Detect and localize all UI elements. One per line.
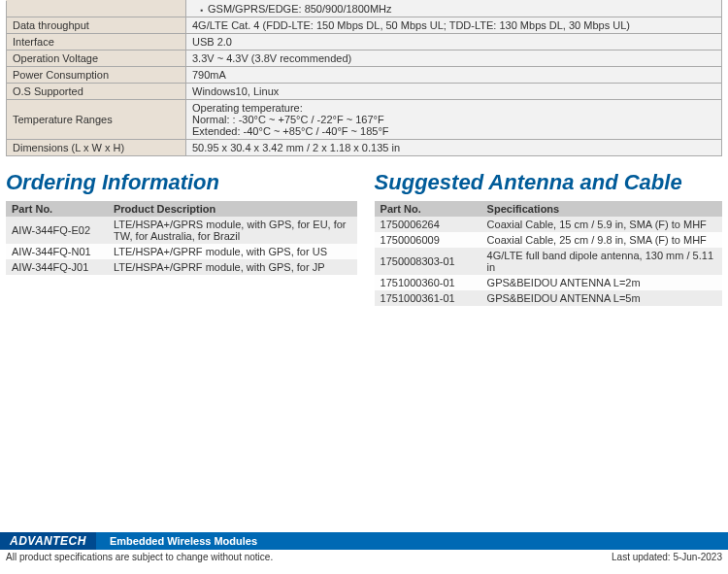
antenna-partno: 1751000360-01 — [375, 275, 481, 290]
spec-value: GSM/GPRS/EDGE: 850/900/1800MHz — [186, 1, 722, 17]
ordering-table: Part No. Product Description AIW-344FQ-E… — [6, 201, 357, 275]
spec-label: Operation Voltage — [7, 51, 186, 67]
table-row: AIW-344FQ-J01LTE/HSPA+/GPRF module, with… — [6, 259, 357, 275]
table-row: 1750006009Coaxial Cable, 25 cm / 9.8 in,… — [375, 232, 722, 248]
antenna-title: Suggested Antenna and Cable — [375, 170, 722, 195]
footer-updated: Last updated: 5-Jun-2023 — [612, 552, 722, 562]
antenna-spec: Coaxial Cable, 15 cm / 5.9 in, SMA (F) t… — [481, 217, 722, 232]
ordering-title: Ordering Information — [6, 170, 357, 195]
antenna-partno: 1750006264 — [375, 217, 481, 232]
footer-brand: ADVANTECH — [0, 532, 96, 550]
ordering-partno: AIW-344FQ-E02 — [6, 217, 108, 244]
footer-category: Embedded Wireless Modules — [96, 532, 728, 550]
antenna-header-partno: Part No. — [375, 201, 481, 217]
ordering-desc: LTE/HSPA+/GPRF module, with GPS, for US — [108, 244, 357, 259]
antenna-spec: GPS&BEIDOU ANTENNA L=5m — [481, 290, 722, 306]
ordering-partno: AIW-344FQ-J01 — [6, 259, 108, 275]
antenna-spec: 4G/LTE full band dipole antenna, 130 mm … — [481, 248, 722, 275]
spec-value: Windows10, Linux — [186, 84, 722, 100]
ordering-header-partno: Part No. — [6, 201, 108, 217]
table-row: 1750006264Coaxial Cable, 15 cm / 5.9 in,… — [375, 217, 722, 232]
footer-disclaimer: All product specifications are subject t… — [6, 552, 273, 562]
ordering-header-desc: Product Description — [108, 201, 357, 217]
spec-value: 790mA — [186, 67, 722, 84]
spec-table: GSM/GPRS/EDGE: 850/900/1800MHzData throu… — [6, 0, 722, 156]
antenna-spec: GPS&BEIDOU ANTENNA L=2m — [481, 275, 722, 290]
antenna-header-spec: Specifications — [481, 201, 722, 217]
spec-value: 50.95 x 30.4 x 3.42 mm / 2 x 1.18 x 0.13… — [186, 140, 722, 156]
table-row: AIW-344FQ-E02LTE/HSPA+/GPRS module, with… — [6, 217, 357, 244]
spec-value: USB 2.0 — [186, 34, 722, 51]
spec-label: Data throughput — [7, 17, 186, 34]
spec-label — [7, 1, 186, 17]
spec-label: O.S Supported — [7, 84, 186, 100]
antenna-partno: 1751000361-01 — [375, 290, 481, 306]
spec-label: Interface — [7, 34, 186, 51]
table-row: 1750008303-014G/LTE full band dipole ant… — [375, 248, 722, 275]
spec-label: Dimensions (L x W x H) — [7, 140, 186, 156]
antenna-partno: 1750008303-01 — [375, 248, 481, 275]
table-row: AIW-344FQ-N01LTE/HSPA+/GPRF module, with… — [6, 244, 357, 259]
ordering-partno: AIW-344FQ-N01 — [6, 244, 108, 259]
antenna-spec: Coaxial Cable, 25 cm / 9.8 in, SMA (F) t… — [481, 232, 722, 248]
ordering-desc: LTE/HSPA+/GPRS module, with GPS, for EU,… — [108, 217, 357, 244]
spec-label: Power Consumption — [7, 67, 186, 84]
spec-label: Temperature Ranges — [7, 100, 186, 140]
ordering-desc: LTE/HSPA+/GPRF module, with GPS, for JP — [108, 259, 357, 275]
spec-value: 4G/LTE Cat. 4 (FDD-LTE: 150 Mbps DL, 50 … — [186, 17, 722, 34]
table-row: 1751000361-01GPS&BEIDOU ANTENNA L=5m — [375, 290, 722, 306]
antenna-table: Part No. Specifications 1750006264Coaxia… — [375, 201, 722, 306]
page-footer: ADVANTECH Embedded Wireless Modules All … — [0, 532, 728, 562]
table-row: 1751000360-01GPS&BEIDOU ANTENNA L=2m — [375, 275, 722, 290]
antenna-partno: 1750006009 — [375, 232, 481, 248]
spec-value: 3.3V ~ 4.3V (3.8V recommended) — [186, 51, 722, 67]
spec-value: Operating temperature:Normal: : -30°C ~ … — [186, 100, 722, 140]
